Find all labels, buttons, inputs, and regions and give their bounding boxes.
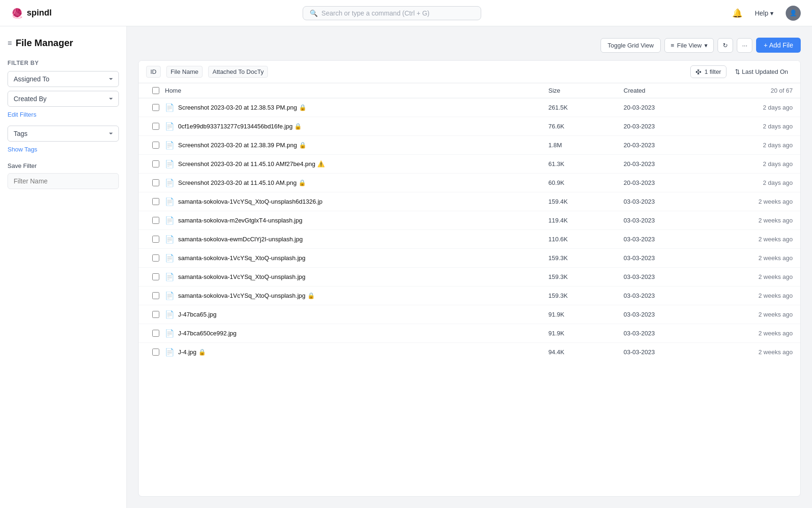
file-name-cell: 📄 Screenshot 2023-03-20 at 11.45.10 AM.p… (165, 178, 548, 187)
row-checkbox-cell[interactable] (146, 198, 165, 205)
attached-column-label[interactable]: Attached To DocTy (208, 66, 268, 78)
select-all-checkbox[interactable] (152, 87, 159, 94)
file-updated-time: 2 weeks ago (708, 236, 793, 243)
file-list: 📄 Screenshot 2023-03-20 at 12.38.53 PM.p… (139, 98, 800, 361)
table-row[interactable]: 📄 Screenshot 2023-03-20 at 12.38.53 PM.p… (139, 98, 800, 117)
tags-select[interactable]: Tags (8, 126, 119, 142)
file-created-date: 20-03-2023 (624, 142, 708, 149)
row-checkbox-cell[interactable] (146, 349, 165, 356)
table-row[interactable]: 📄 samanta-sokolova-1VcYSq_XtoQ-unsplash.… (139, 268, 800, 286)
notifications-button[interactable]: 🔔 (732, 8, 742, 18)
toolbar: Toggle Grid View ≡ File View ▾ ↻ ··· + A… (138, 38, 801, 53)
row-checkbox[interactable] (152, 273, 159, 280)
file-name-cell: 📄 J-47bca65.jpg (165, 310, 548, 319)
row-checkbox[interactable] (152, 236, 159, 243)
filter-actions: ⧾ 1 filter ⇅ Last Updated On (690, 65, 793, 78)
file-size: 159.3K (548, 292, 624, 299)
file-created-date: 03-03-2023 (624, 292, 708, 299)
file-name-text: samanta-sokolova-1VcYSq_XtoQ-unsplash.jp… (178, 292, 315, 299)
file-name-text: Screenshot 2023-03-20 at 11.45.10 AMf27b… (178, 160, 325, 167)
table-row[interactable]: 📄 J-4.jpg 🔒 94.4K 03-03-2023 2 weeks ago (139, 343, 800, 361)
file-updated-time: 2 weeks ago (708, 330, 793, 337)
toggle-grid-button[interactable]: Toggle Grid View (601, 38, 661, 53)
file-type-icon: 📄 (165, 197, 174, 206)
menu-icon[interactable]: ≡ (8, 39, 12, 48)
row-checkbox[interactable] (152, 254, 159, 262)
created-by-select[interactable]: Created By (8, 91, 119, 107)
file-view-button[interactable]: ≡ File View ▾ (664, 38, 714, 53)
row-checkbox[interactable] (152, 160, 159, 167)
table-row[interactable]: 📄 J-47bca650ce992.jpg 91.9K 03-03-2023 2… (139, 324, 800, 343)
select-all-cell[interactable] (146, 87, 165, 94)
table-row[interactable]: 📄 Screenshot 2023-03-20 at 12.38.39 PM.p… (139, 136, 800, 155)
row-checkbox[interactable] (152, 104, 159, 111)
file-name-text: samanta-sokolova-ewmDcClYj2I-unsplash.jp… (178, 236, 303, 243)
file-type-icon: 📄 (165, 103, 174, 112)
main-content: Toggle Grid View ≡ File View ▾ ↻ ··· + A… (127, 26, 812, 508)
filter-name-input[interactable] (8, 173, 119, 189)
row-checkbox[interactable] (152, 179, 159, 186)
table-row[interactable]: 📄 samanta-sokolova-ewmDcClYj2I-unsplash.… (139, 230, 800, 249)
row-checkbox-cell[interactable] (146, 311, 165, 318)
filter-by-label: Filter By (8, 60, 119, 66)
add-file-button[interactable]: + Add File (756, 38, 801, 53)
search-bar[interactable]: 🔍 Search or type a command (Ctrl + G) (303, 6, 481, 20)
show-tags-link[interactable]: Show Tags (8, 146, 37, 153)
table-row[interactable]: 📄 samanta-sokolova-1VcYSq_XtoQ-unsplash.… (139, 286, 800, 305)
table-row[interactable]: 📄 samanta-sokolova-m2evGtglxT4-unsplash.… (139, 211, 800, 230)
file-name-text: J-47bca65.jpg (178, 311, 217, 318)
sort-button[interactable]: ⇅ Last Updated On (730, 66, 793, 78)
row-checkbox[interactable] (152, 123, 159, 130)
row-checkbox[interactable] (152, 330, 159, 337)
table-row[interactable]: 📄 samanta-sokolova-1VcYSq_XtoQ-unsplash6… (139, 192, 800, 211)
file-name-cell: 📄 Screenshot 2023-03-20 at 11.45.10 AMf2… (165, 159, 548, 168)
table-row[interactable]: 📄 0cf1e99db933713277c9134456bd16fe.jpg 🔒… (139, 117, 800, 136)
search-area[interactable]: 🔍 Search or type a command (Ctrl + G) (52, 6, 732, 20)
file-created-date: 03-03-2023 (624, 330, 708, 337)
row-checkbox[interactable] (152, 311, 159, 318)
column-filter-row: ID File Name Attached To DocTy ⧾ 1 filte… (139, 61, 800, 83)
save-filter-label: Save Filter (8, 162, 119, 169)
row-checkbox-cell[interactable] (146, 292, 165, 299)
row-checkbox[interactable] (152, 349, 159, 356)
file-type-icon: 📄 (165, 159, 174, 168)
file-name-text: 0cf1e99db933713277c9134456bd16fe.jpg 🔒 (178, 123, 302, 130)
row-checkbox[interactable] (152, 217, 159, 224)
table-row[interactable]: 📄 samanta-sokolova-1VcYSq_XtoQ-unsplash.… (139, 249, 800, 268)
row-checkbox-cell[interactable] (146, 254, 165, 262)
row-checkbox[interactable] (152, 198, 159, 205)
row-checkbox-cell[interactable] (146, 217, 165, 224)
edit-filters-link[interactable]: Edit Filters (8, 111, 36, 118)
avatar[interactable]: 👤 (786, 6, 801, 21)
table-row[interactable]: 📄 J-47bca65.jpg 91.9K 03-03-2023 2 weeks… (139, 305, 800, 324)
file-type-icon: 📄 (165, 216, 174, 225)
search-placeholder-text: Search or type a command (Ctrl + G) (321, 9, 429, 17)
row-checkbox-cell[interactable] (146, 330, 165, 337)
filename-column-label[interactable]: File Name (166, 66, 203, 78)
help-button[interactable]: Help ▾ (750, 7, 778, 20)
file-created-date: 03-03-2023 (624, 236, 708, 243)
row-checkbox-cell[interactable] (146, 123, 165, 130)
filter-count-button[interactable]: ⧾ 1 filter (690, 65, 726, 78)
id-column-label[interactable]: ID (146, 66, 161, 78)
table-row[interactable]: 📄 Screenshot 2023-03-20 at 11.45.10 AM.p… (139, 174, 800, 192)
row-checkbox-cell[interactable] (146, 160, 165, 167)
sort-label: Last Updated On (742, 68, 788, 75)
file-updated-time: 2 days ago (708, 179, 793, 186)
row-checkbox-cell[interactable] (146, 142, 165, 149)
table-row[interactable]: 📄 Screenshot 2023-03-20 at 11.45.10 AMf2… (139, 155, 800, 174)
more-options-button[interactable]: ··· (737, 38, 752, 53)
assigned-to-select[interactable]: Assigned To (8, 71, 119, 87)
row-checkbox-cell[interactable] (146, 236, 165, 243)
attached-filter: Attached To DocTy (208, 66, 268, 78)
row-checkbox-cell[interactable] (146, 179, 165, 186)
file-name-cell: 📄 Screenshot 2023-03-20 at 12.38.53 PM.p… (165, 103, 548, 112)
file-type-icon: 📄 (165, 235, 174, 244)
row-checkbox[interactable] (152, 292, 159, 299)
row-checkbox-cell[interactable] (146, 104, 165, 111)
filename-filter: File Name (166, 66, 203, 78)
row-checkbox-cell[interactable] (146, 273, 165, 280)
refresh-button[interactable]: ↻ (718, 38, 733, 53)
file-name-text: samanta-sokolova-m2evGtglxT4-unsplash.jp… (178, 217, 302, 224)
row-checkbox[interactable] (152, 142, 159, 149)
